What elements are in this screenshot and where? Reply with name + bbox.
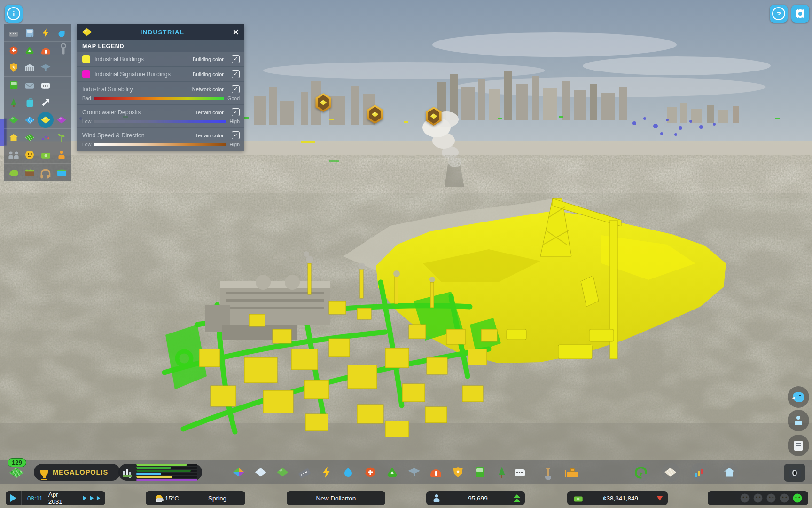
population-infoview-icon — [9, 151, 18, 159]
industrial-infoview-button[interactable] — [38, 112, 54, 128]
close-icon[interactable]: ✕ — [232, 28, 240, 37]
city-name-pill[interactable]: New Dollarton — [287, 491, 385, 505]
communications-tool-button[interactable] — [510, 463, 529, 482]
parks-recreation-tool-icon — [497, 467, 507, 478]
options-button[interactable] — [791, 5, 809, 23]
public-transport-infoview-button[interactable] — [22, 25, 38, 41]
journal-button[interactable] — [788, 435, 809, 456]
bulldozer-tool-button[interactable] — [563, 463, 582, 482]
telecom-infoview-button[interactable] — [38, 77, 54, 93]
electricity-tool-icon — [322, 467, 331, 478]
post-infoview-button[interactable] — [22, 77, 38, 93]
happiness-face-icon[interactable] — [780, 494, 789, 503]
chirper-button[interactable] — [788, 386, 809, 408]
police-infoview-button[interactable] — [6, 60, 22, 76]
industrial-map-marker[interactable] — [315, 93, 332, 112]
noise-pollution-infoview-button[interactable] — [38, 164, 54, 180]
residential-infoview-button[interactable] — [6, 129, 22, 145]
legend-checkbox[interactable]: ✓ — [232, 55, 240, 63]
terrain-infoview-button[interactable] — [22, 112, 38, 128]
water-pollution-infoview-button[interactable] — [54, 164, 70, 180]
bird-icon — [793, 392, 804, 402]
legend-checkbox[interactable]: ✓ — [232, 108, 240, 116]
photo-mode-button[interactable] — [784, 464, 805, 482]
landscaping-tool-button[interactable] — [537, 463, 555, 482]
electricity-tool-button[interactable] — [317, 463, 336, 482]
education-infoview-button[interactable] — [38, 60, 54, 76]
residential-infoview-icon — [9, 134, 18, 141]
healthcare-tool-button[interactable] — [361, 463, 380, 482]
happiness-face-icon[interactable] — [754, 494, 763, 503]
zone-demand-pill[interactable] — [118, 464, 202, 481]
help-button[interactable]: ? — [770, 5, 788, 23]
levels-infoview-button[interactable] — [38, 129, 54, 145]
legend-gradient-bar — [94, 120, 226, 123]
legend-row: Industrial Signature BuildingsBuilding c… — [77, 67, 244, 81]
transportation-infoview-button[interactable] — [6, 77, 22, 93]
money-pill[interactable]: ¢38,341,849 — [567, 491, 668, 505]
tourism-infoview-button[interactable] — [22, 95, 38, 111]
garbage-infoview-button[interactable] — [22, 42, 38, 58]
speed-button[interactable] — [78, 491, 105, 505]
ground-pollution-infoview-button[interactable] — [22, 164, 38, 180]
progression-pill[interactable]: MEGALOPOLIS — [34, 464, 120, 481]
info-panel-button[interactable]: i — [5, 5, 23, 23]
signature-infoview-button[interactable] — [54, 112, 70, 128]
population-infoview-button[interactable] — [6, 147, 22, 163]
progression-title: MEGALOPOLIS — [53, 468, 108, 476]
statistics-panel-button[interactable] — [690, 463, 709, 482]
roads-tool-button[interactable] — [295, 463, 314, 482]
economy-panel-button[interactable] — [632, 463, 650, 482]
parks-recreation-tool-button[interactable] — [492, 463, 511, 482]
police-tool-button[interactable] — [449, 463, 468, 482]
education-tool-button[interactable] — [405, 463, 423, 482]
fire-rescue-tool-button[interactable] — [427, 463, 445, 482]
greenery-infoview-button[interactable] — [54, 129, 70, 145]
legend-row: Industrial BuildingsBuilding color✓ — [77, 52, 244, 66]
happiness-infoview-button[interactable] — [22, 147, 38, 163]
follow-citizen-button[interactable] — [788, 410, 809, 431]
play-button[interactable] — [6, 491, 21, 505]
workplaces-infoview-button[interactable] — [54, 147, 70, 163]
healthcare-infoview-button[interactable] — [6, 42, 22, 58]
water-infoview-button[interactable] — [54, 25, 70, 41]
workplaces-infoview-icon — [58, 151, 64, 159]
garbage-tool-button[interactable] — [383, 463, 402, 482]
milestone-level-badge[interactable]: 129 — [8, 458, 26, 467]
parks-recreation-infoview-button[interactable] — [6, 95, 22, 111]
demand-bar — [136, 470, 197, 472]
progression-panel-icon — [724, 468, 734, 477]
legend-checkbox[interactable]: ✓ — [232, 70, 240, 78]
administration-infoview-button[interactable] — [22, 60, 38, 76]
legend-checkbox[interactable]: ✓ — [232, 131, 240, 139]
game-viewport[interactable]: { "app": {"accent": "#41b8ec"}, "top_lef… — [0, 0, 812, 508]
wealth-infoview-button[interactable] — [38, 147, 54, 163]
transportation-tool-button[interactable] — [470, 463, 489, 482]
police-tool-icon — [453, 467, 463, 477]
industrial-map-marker[interactable] — [425, 107, 442, 126]
zoning-tool-button[interactable] — [229, 463, 248, 482]
weather-pill[interactable]: 15°C Spring — [146, 491, 245, 505]
roads-infoview-button[interactable] — [6, 25, 22, 41]
signature-buildings-tool-button[interactable] — [273, 463, 292, 482]
happiness-pill[interactable] — [708, 491, 808, 505]
city-information-panel-button[interactable] — [661, 463, 680, 482]
areas-tool-button[interactable] — [251, 463, 270, 482]
temperature-value: 15°C — [165, 495, 179, 502]
routes-infoview-button[interactable] — [38, 95, 54, 111]
air-pollution-infoview-button[interactable] — [6, 164, 22, 180]
land-value-infoview-button[interactable] — [22, 129, 38, 145]
happiness-face-icon[interactable] — [767, 494, 776, 503]
industrial-map-marker[interactable] — [367, 105, 383, 124]
electricity-infoview-button[interactable] — [38, 25, 54, 41]
happiness-face-icon[interactable] — [741, 494, 750, 503]
zones-infoview-button[interactable] — [6, 112, 22, 128]
fire-rescue-infoview-button[interactable] — [38, 42, 54, 58]
tourism-infoview-icon — [26, 100, 33, 107]
water-sewage-tool-button[interactable] — [339, 463, 358, 482]
happiness-active-face-icon[interactable] — [793, 494, 802, 503]
legend-checkbox[interactable]: ✓ — [232, 85, 240, 93]
maintenance-infoview-button[interactable] — [54, 42, 70, 58]
progression-panel-button[interactable] — [720, 463, 739, 482]
population-pill[interactable]: 95,699 — [426, 491, 525, 505]
